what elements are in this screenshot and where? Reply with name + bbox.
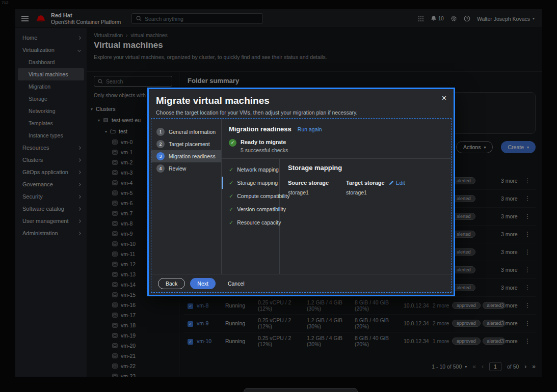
check-icon: ✓ <box>229 166 233 173</box>
wizard-body: 1 General information 2 Target placement… <box>151 118 452 293</box>
run-again-link[interactable]: Run again <box>298 126 322 132</box>
success-circle-icon: ✓ <box>229 139 236 147</box>
readiness-check-item[interactable]: ✓ Compute compatibility <box>229 189 279 203</box>
modal-subtitle: Choose the target location for your VMs,… <box>156 109 358 116</box>
readiness-columns: ✓ Network mapping ✓ Storage mapping ✓ <box>222 158 451 274</box>
source-storage-field: Source storage storage1 <box>288 180 329 195</box>
dock-pill[interactable] <box>244 388 358 392</box>
readiness-heading: Migration readiness <box>229 125 291 133</box>
wizard-step[interactable]: 3 Migration readiness <box>151 150 221 162</box>
readiness-check-item[interactable]: ✓ Version compatibility <box>229 203 279 216</box>
readiness-status-subtitle: 5 successful checks <box>241 147 288 153</box>
readiness-check-item[interactable]: ✓ Network mapping <box>229 163 279 176</box>
wizard-step[interactable]: 1 General information <box>151 126 221 138</box>
screen: 712 Red Hat OpenShift Container Platform <box>0 0 557 392</box>
storage-mapping-detail: Storage mapping Source storage storage1 … <box>280 159 451 274</box>
readiness-header: Migration readiness Run again <box>222 119 451 133</box>
readiness-check-label: Storage mapping <box>237 180 278 186</box>
readiness-check-item[interactable]: ✓ Storage mapping <box>229 176 279 189</box>
next-button[interactable]: Next <box>190 278 216 289</box>
readiness-check-label: Resource capacity <box>237 219 281 226</box>
step-label: Review <box>169 165 186 172</box>
check-icon: ✓ <box>229 219 233 226</box>
back-button[interactable]: Back <box>158 278 185 289</box>
modal-title: Migrate virtual machines <box>156 95 270 106</box>
step-label: Migration readiness <box>169 153 216 159</box>
readiness-check-item[interactable]: ✓ Resource capacity <box>229 216 279 229</box>
detail-fields: Source storage storage1 Target storage <box>288 180 443 195</box>
wizard-footer: Back Next Cancel <box>151 274 451 292</box>
source-storage-label: Source storage <box>288 180 329 186</box>
readiness-check-list: ✓ Network mapping ✓ Storage mapping ✓ <box>222 159 280 274</box>
edit-link-label: Edit <box>396 180 405 186</box>
wizard-steps-nav: 1 General information 2 Target placement… <box>151 119 222 274</box>
readiness-status-title: Ready to migrate <box>241 139 288 145</box>
readiness-check-label: Version compatibility <box>237 206 286 212</box>
wizard-step[interactable]: 4 Review <box>151 162 221 175</box>
target-storage-field: Target storage Edit storage1 <box>346 180 405 195</box>
check-icon: ✓ <box>229 193 233 200</box>
readiness-check-label: Network mapping <box>237 166 279 173</box>
wizard-content: Migration readiness Run again ✓ Ready to… <box>222 119 451 274</box>
close-icon[interactable]: × <box>442 94 446 103</box>
step-number: 1 <box>156 128 165 136</box>
source-storage-value: storage1 <box>288 189 329 195</box>
step-label: Target placement <box>169 141 210 147</box>
target-storage-label: Target storage <box>346 180 385 186</box>
check-icon: ✓ <box>229 180 233 186</box>
readiness-status: ✓ Ready to migrate 5 successful checks <box>222 133 451 158</box>
target-storage-value: storage1 <box>346 189 405 195</box>
step-number: 3 <box>156 152 165 160</box>
pencil-icon <box>389 180 394 185</box>
target-storage-label-row: Target storage Edit <box>346 180 405 186</box>
check-icon: ✓ <box>229 206 233 213</box>
step-label: General information <box>169 129 216 135</box>
detail-heading: Storage mapping <box>288 164 443 172</box>
readiness-status-text: Ready to migrate 5 successful checks <box>241 139 288 153</box>
wizard-step[interactable]: 2 Target placement <box>151 138 221 150</box>
edit-link[interactable]: Edit <box>389 180 405 186</box>
migrate-vms-modal: Migrate virtual machines Choose the targ… <box>147 88 455 296</box>
stray-label: 712 <box>2 1 8 5</box>
step-number: 4 <box>156 164 165 173</box>
step-number: 2 <box>156 140 165 148</box>
readiness-check-label: Compute compatibility <box>237 193 289 199</box>
cancel-button[interactable]: Cancel <box>225 278 248 289</box>
